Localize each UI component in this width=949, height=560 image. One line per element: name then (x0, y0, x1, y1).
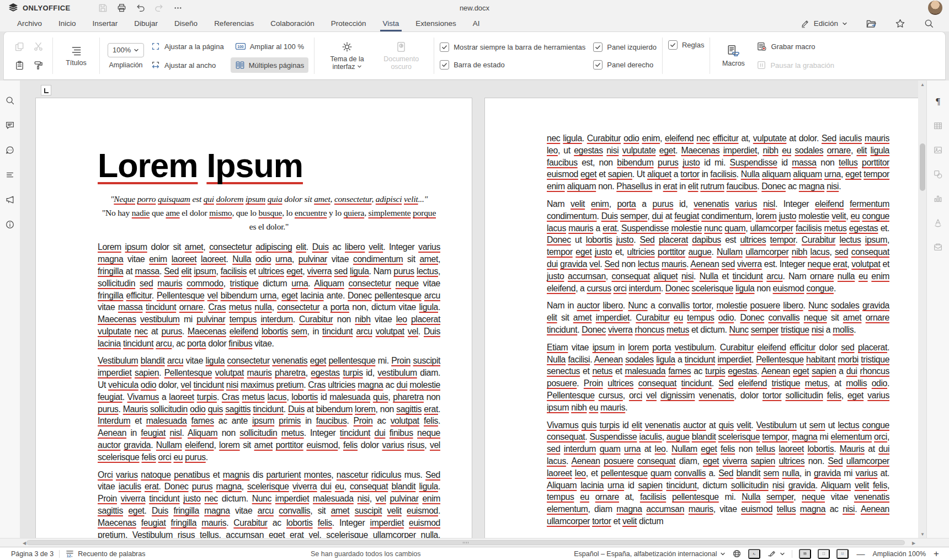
document-quote-spanish[interactable]: "No hay nadie que ame el dolor mismo, qu… (98, 206, 440, 233)
paragraph[interactable]: Orci varius natoque penatibus et magnis … (98, 469, 440, 538)
scroll-right-arrow[interactable]: ▶ (909, 538, 918, 547)
shape-settings-button[interactable] (930, 167, 946, 182)
search-button[interactable] (920, 17, 937, 30)
paragraph[interactable]: Lorem ipsum dolor sit amet, consectetur … (98, 241, 440, 349)
print-button[interactable] (114, 1, 130, 14)
favorite-button[interactable] (892, 17, 908, 30)
paragraph[interactable]: Nam velit enim, porta a purus id, venena… (547, 198, 889, 294)
sidebar-comments-button[interactable] (2, 118, 18, 133)
document-heading[interactable]: Lorem Ipsum (98, 147, 440, 184)
open-file-location-button[interactable] (863, 17, 879, 30)
interface-theme-button[interactable]: Tema de la interfaz (320, 38, 374, 74)
user-avatar[interactable] (928, 1, 942, 15)
page-body-text[interactable]: Lorem ipsum dolor sit amet, consectetur … (98, 241, 440, 538)
paragraph[interactable]: Etiam vitae ipsum in lorem porta vestibu… (547, 342, 889, 414)
dark-document-label: Documento oscuro (378, 55, 424, 71)
image-settings-button[interactable] (930, 142, 946, 158)
checkbox-show-toolbar[interactable]: Mostrar siempre la barra de herramientas (440, 40, 585, 54)
paragraph[interactable]: nec ligula. Curabitur odio enim, eleifen… (547, 132, 889, 193)
fit-width-button[interactable]: Ajustar al ancho (146, 57, 228, 73)
tab-diseno[interactable]: Diseño (166, 15, 206, 31)
macros-button[interactable]: Macros (716, 41, 751, 70)
vertical-scrollbar[interactable]: ▲ ▼ (918, 81, 927, 538)
app-logo: ONLYOFFICE (8, 2, 71, 13)
dark-document-button[interactable]: Documento oscuro (374, 38, 428, 74)
tab-vista[interactable]: Vista (375, 15, 408, 31)
tab-stop-selector[interactable] (41, 85, 51, 95)
fit-page-status-button[interactable] (818, 549, 830, 559)
word-count-button[interactable]: 12 Recuento de palabras (65, 549, 145, 558)
paragraph[interactable]: Vivamus quis turpis id elit venenatis au… (547, 419, 889, 527)
page-body-text[interactable]: nec ligula. Curabitur odio enim, eleifen… (547, 132, 889, 527)
view-options-column-2: Panel izquierdo Panel derecho (593, 40, 657, 72)
sidebar-about-button[interactable] (2, 217, 18, 232)
horizontal-scroll-thumb[interactable] (26, 540, 905, 545)
document-canvas[interactable]: Lorem Ipsum "Neque porro quisquam est qu… (20, 81, 918, 538)
paragraph[interactable]: Vestibulum blandit arcu vitae ligula con… (98, 355, 440, 463)
language-select[interactable]: Español – España, alfabetización interna… (574, 550, 726, 558)
checkbox-rulers[interactable]: Reglas (668, 38, 704, 52)
macros-icon (727, 44, 740, 57)
redo-button[interactable] (151, 1, 168, 14)
fit-page-button[interactable]: Ajustar a la página (146, 39, 228, 54)
headings-button[interactable]: Títulos (58, 42, 94, 70)
checkbox-right-panel[interactable]: Panel derecho (593, 57, 657, 72)
sidebar-feedback-button[interactable] (2, 192, 18, 207)
tab-referencias[interactable]: Referencias (206, 15, 262, 31)
table-settings-button[interactable] (930, 118, 946, 134)
multiple-pages-button[interactable]: Múltiples páginas (231, 57, 308, 73)
zoom-100-button[interactable]: 100 Ampliar al 100 % (231, 39, 308, 54)
fit-width-status-button[interactable] (836, 549, 849, 559)
checkbox-status-bar[interactable]: Barra de estado (440, 57, 585, 72)
vertical-scroll-thumb[interactable] (920, 143, 925, 191)
chevron-down-icon (134, 47, 139, 53)
save-icon (98, 3, 108, 13)
record-macro-button[interactable]: Grabar macro (752, 39, 839, 54)
checkbox-left-panel[interactable]: Panel izquierdo (593, 40, 657, 54)
sidebar-chat-button[interactable] (2, 142, 18, 158)
tab-colaboracion[interactable]: Colaboración (262, 15, 323, 31)
undo-button[interactable] (132, 1, 149, 14)
tab-archivo[interactable]: Archivo (9, 15, 50, 31)
multiple-pages-view-button[interactable] (799, 549, 811, 559)
document-page-3[interactable]: nec ligula. Curabitur odio enim, eleifen… (484, 98, 918, 538)
save-button[interactable] (95, 1, 111, 14)
format-painter-button[interactable] (29, 56, 47, 74)
paste-button[interactable] (10, 56, 28, 74)
track-changes-button[interactable] (767, 549, 785, 558)
tab-insertar[interactable]: Insertar (84, 15, 126, 31)
zoom-select[interactable]: 100% (108, 43, 144, 57)
pause-recording-button[interactable]: Pausar la grabación (752, 57, 839, 73)
zoom-out-button[interactable]: — (855, 550, 866, 558)
keyboard-globe-button[interactable] (732, 549, 742, 558)
horizontal-scrollbar[interactable]: ◀ ▶ (0, 538, 949, 547)
paragraph-settings-button[interactable]: ¶ (930, 94, 946, 109)
zoom-100-icon: 100 (235, 41, 246, 51)
tab-proteccion[interactable]: Protección (323, 15, 375, 31)
scroll-up-arrow[interactable]: ▲ (918, 81, 927, 88)
mailmerge-button[interactable] (930, 239, 946, 255)
copy-button[interactable] (10, 38, 28, 55)
page-indicator[interactable]: Página 3 de 3 (11, 550, 54, 558)
sidebar-headings-button[interactable] (2, 167, 18, 183)
document-page-2[interactable]: Lorem Ipsum "Neque porro quisquam est qu… (35, 98, 472, 538)
document-quote-latin[interactable]: "Neque porro quisquam est qui dolorem ip… (98, 192, 440, 206)
tab-ai[interactable]: AI (465, 15, 488, 31)
edit-mode-button[interactable]: Edición (797, 18, 851, 29)
zoom-100-label: Ampliar al 100 % (250, 42, 304, 51)
more-icon (173, 3, 183, 13)
zoom-group: 100% Ampliación (108, 43, 144, 69)
zoom-in-button[interactable]: + (932, 549, 940, 558)
paragraph[interactable]: Nam in auctor libero. Nunc a convallis t… (547, 300, 889, 335)
sidebar-search-button[interactable] (2, 93, 18, 108)
chart-settings-button[interactable] (930, 191, 946, 206)
cut-button[interactable] (29, 38, 47, 55)
spellcheck-toggle[interactable]: A (748, 549, 760, 559)
textart-settings-button[interactable] (930, 215, 946, 231)
tab-dibujar[interactable]: Dibujar (126, 15, 166, 31)
tab-inicio[interactable]: Inicio (50, 15, 84, 31)
more-actions-button[interactable] (170, 1, 186, 14)
tab-extensiones[interactable]: Extensiones (407, 15, 465, 31)
scroll-down-arrow[interactable]: ▼ (918, 530, 927, 538)
comments-icon (5, 120, 15, 130)
